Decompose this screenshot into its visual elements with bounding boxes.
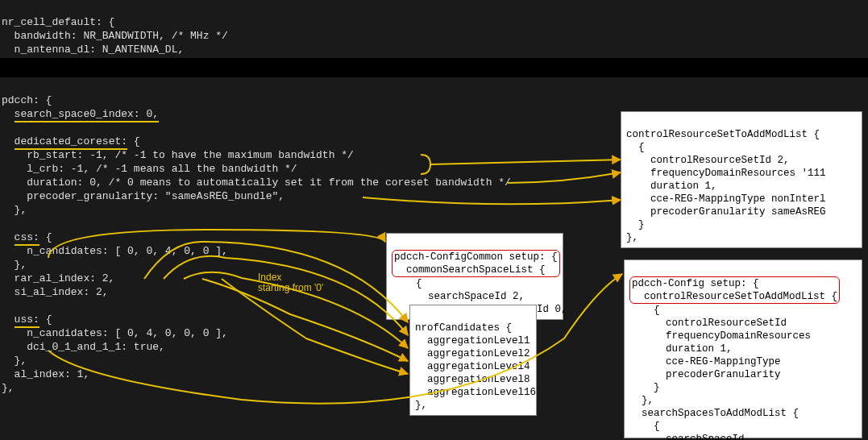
- panel-pdcch-config: pdcch-Config setup: { controlResourceSet…: [624, 259, 862, 438]
- panel-line: duration 1,: [626, 181, 717, 192]
- panel-line: frequencyDomainResources '111: [626, 168, 826, 179]
- highlight-css: css:: [15, 231, 39, 246]
- code-line: al_index: 1,: [2, 368, 89, 380]
- panel-line: aggregationLevel4: [415, 361, 530, 372]
- code-line: pdcch: {: [2, 94, 52, 106]
- code-line: l_crb: -1, /* -1 means all the bandwidth…: [2, 163, 297, 175]
- code-line: n_antenna_dl: N_ANTENNA_DL,: [2, 44, 184, 56]
- panel-line: aggregationLevel1: [415, 335, 530, 347]
- separator-gap: [0, 58, 868, 77]
- panel-line: {: [629, 305, 660, 316]
- panel-line: {: [626, 142, 645, 153]
- panel-line: duration 1,: [629, 343, 733, 355]
- highlight-red-config: pdcch-Config setup: { controlResourceSet…: [629, 276, 840, 304]
- panel-line: cce-REG-MappingType: [629, 356, 781, 367]
- panel-line: aggregationLevel2: [415, 348, 530, 359]
- code-line: rar_al_index: 2,: [2, 272, 114, 284]
- panel-line: controlResourceSetToAddModList {: [626, 129, 820, 140]
- highlight-dedicated-coreset: dedicated_coreset:: [15, 135, 127, 150]
- panel-line: aggregationLevel8: [415, 374, 530, 385]
- code-line: dci_0_1_and_1_1: true,: [2, 341, 165, 353]
- code-line: },: [2, 382, 15, 394]
- code-line: },: [2, 355, 27, 367]
- panel-line: nrofCandidates {: [415, 322, 512, 334]
- panel-line: cce-REG-MappingType nonInterl: [626, 193, 826, 205]
- code-line: precoder_granularity: "sameAsREG_bundle"…: [2, 190, 284, 202]
- highlight-uss: uss:: [15, 313, 39, 328]
- code-line: n_candidates: [ 0, 4, 0, 0, 0 ],: [2, 327, 228, 339]
- panel-line: }: [626, 219, 645, 230]
- panel-line: searchSpaceId 2,: [392, 291, 525, 302]
- panel-line: controlResourceSetId 2,: [626, 155, 790, 166]
- code-line: search_space0_index: 0,: [2, 108, 159, 122]
- panel-line: controlResourceSetId: [629, 318, 787, 329]
- code-line: },: [2, 259, 27, 271]
- highlight-search-space0: search_space0_index: 0,: [15, 108, 159, 122]
- panel-line: },: [415, 400, 427, 411]
- panel-line: },: [629, 395, 654, 406]
- code-line: n_candidates: [ 0, 0, 4, 0, 0 ],: [2, 245, 228, 257]
- code-line: si_al_index: 2,: [2, 286, 109, 298]
- panel-coreset-addmodlist: controlResourceSetToAddModList { { contr…: [621, 111, 862, 248]
- code-line: bandwidth: NR_BANDWIDTH, /* MHz */: [2, 30, 228, 42]
- annotation-index: Indexstarting from '0': [258, 272, 323, 293]
- panel-line: searchSpaceId: [629, 434, 745, 440]
- code-line: css: {: [2, 231, 52, 246]
- panel-nrof-candidates: nrofCandidates { aggregationLevel1 aggre…: [409, 305, 537, 416]
- code-line: nr_cell_default: {: [2, 16, 114, 28]
- code-line: rb_start: -1, /* -1 to have the maximum …: [2, 149, 354, 161]
- panel-line: },: [626, 232, 638, 243]
- code-line: dedicated_coreset: {: [2, 135, 140, 150]
- code-line: uss: {: [2, 313, 52, 328]
- panel-line: searchSpacesToAddModList {: [629, 408, 799, 419]
- panel-line: }: [629, 382, 660, 393]
- panel-line: precoderGranularity sameAsREG: [626, 206, 826, 218]
- code-line: },: [2, 204, 27, 216]
- panel-line: frequencyDomainResources: [629, 330, 811, 342]
- code-line: duration: 0, /* 0 means to automatically…: [2, 176, 511, 189]
- panel-line: aggregationLevel16: [415, 387, 536, 398]
- panel-line: precoderGranularity: [629, 369, 781, 380]
- highlight-red-common: pdcch-ConfigCommon setup: { commonSearch…: [392, 250, 560, 277]
- panel-line: {: [392, 278, 422, 289]
- panel-line: {: [629, 421, 660, 432]
